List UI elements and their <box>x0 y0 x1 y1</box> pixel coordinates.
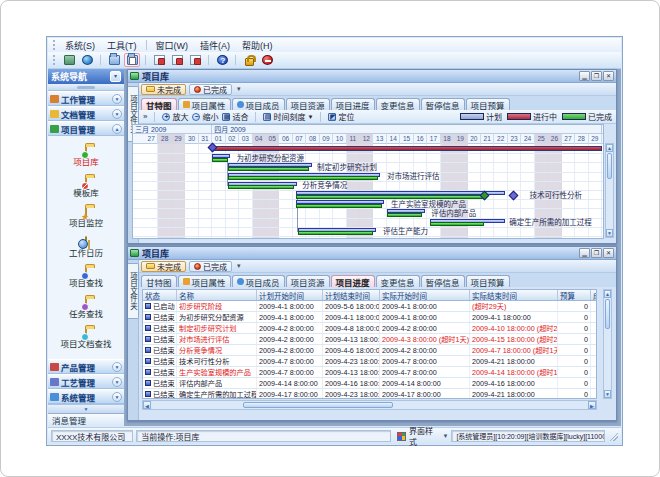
done-bar-制定初步研究计划[interactable] <box>228 167 309 171</box>
table-row[interactable]: 已结束为初步研究分配资源2009-4-1 8:00:002009-4-1 18:… <box>143 312 596 323</box>
done-bar-确定生产所需的加工过程[interactable] <box>430 222 484 226</box>
column-header-计划开始时间[interactable]: 计划开始时间 <box>257 290 323 300</box>
time-scale-button[interactable]: ▤时间刻度▼ <box>263 111 313 122</box>
table-row[interactable]: 已结束生产实验室规模的产品2009-4-7 8:00:002009-4-13 1… <box>143 367 596 378</box>
expand-section-button[interactable]: ▼ <box>112 109 122 119</box>
table-row[interactable]: 已结束分析竞争情况2009-4-2 8:00:002009-4-6 18:00:… <box>143 345 596 356</box>
filter-tab-已完成[interactable]: 已完成 <box>189 261 232 272</box>
lock-button[interactable] <box>241 53 257 67</box>
sidebar-item-项目库[interactable]: 项目库 <box>48 146 124 167</box>
expand-section-button[interactable]: ▼ <box>112 362 122 372</box>
sidebar-section-工艺管理[interactable]: 工艺管理▼ <box>48 374 124 389</box>
sidebar-item-工作日历[interactable]: 工作日历 <box>48 237 124 258</box>
more-filters-chevron[interactable]: ▾ <box>237 85 241 93</box>
tab-项目进度[interactable]: 项目进度 <box>331 98 375 110</box>
scroll-right-arrow[interactable]: ▶ <box>588 401 596 409</box>
sidebar-item-模板库[interactable]: 模板库 <box>48 177 124 198</box>
child-window-titlebar[interactable]: 项目库▁❐✕ <box>128 70 616 83</box>
menu-item-4[interactable]: 帮助(H) <box>236 38 279 53</box>
table-row[interactable]: 已结束技术可行性分析2009-4-7 8:00:002009-4-23 18:0… <box>143 356 596 367</box>
filter-tab-未完成[interactable]: 未完成 <box>141 84 186 95</box>
column-header-成[interactable]: 成 <box>591 290 597 300</box>
scroll-down-arrow[interactable]: ▼ <box>606 229 613 237</box>
tab-暂停信息[interactable]: 暂停信息 <box>421 98 465 110</box>
column-header-实际结束时间[interactable]: 实际结束时间 <box>470 290 558 300</box>
sidebar-section-系统管理[interactable]: 系统管理▼ <box>48 389 124 404</box>
filter-tab-已完成[interactable]: 已完成 <box>189 84 232 95</box>
column-header-状态[interactable]: 状态 <box>143 290 177 300</box>
maximize-button[interactable]: ❐ <box>591 248 602 258</box>
tab-项目成员[interactable]: 项目成员 <box>232 98 285 110</box>
maximize-button[interactable]: ❐ <box>591 71 602 81</box>
sidebar-item-项目监控[interactable]: ★项目监控 <box>48 207 124 228</box>
help-button[interactable] <box>214 53 230 67</box>
scroll-thumb[interactable] <box>605 299 610 329</box>
table-row[interactable]: 已结束制定初步研究计划2009-4-2 8:00:002009-4-8 18:0… <box>143 323 596 334</box>
toolbar-overflow-chevron[interactable]: » <box>143 112 147 121</box>
tab-message-management[interactable]: 消息管理 <box>48 413 124 426</box>
tab-项目属性[interactable]: 项目属性 <box>178 275 231 287</box>
filter-tab-未完成[interactable]: 未完成 <box>141 261 186 272</box>
minimize-button[interactable]: ▁ <box>579 71 590 81</box>
form-red-button[interactable] <box>151 53 167 67</box>
nav-scroll-down[interactable]: ▼ <box>48 404 124 413</box>
table-row[interactable]: 已结束确定生产所需的加工过程2009-4-17 8:00:002009-4-23… <box>143 389 596 399</box>
nav-header-menu-button[interactable]: ▾ <box>110 71 121 82</box>
tab-项目预算[interactable]: 项目预算 <box>466 275 510 287</box>
sidebar-section-工作管理[interactable]: 工作管理▼ <box>48 91 124 106</box>
fit-button[interactable]: ▦适合 <box>222 111 248 122</box>
tab-暂停信息[interactable]: 暂停信息 <box>421 275 465 287</box>
gantt-vertical-scrollbar[interactable]: ▲▼ <box>605 143 614 238</box>
column-header-预算[interactable]: 预算 <box>558 290 591 300</box>
zoom-out-button[interactable]: −缩小 <box>192 111 218 122</box>
globe-button[interactable] <box>79 53 95 67</box>
sidebar-item-项目文档查找[interactable]: 项目文档查找 <box>48 328 124 349</box>
child-window-titlebar[interactable]: 项目库▁❐✕ <box>128 247 616 260</box>
done-bar-为初步研究分配资源[interactable] <box>212 158 228 162</box>
column-header-名称[interactable]: 名称 <box>177 290 257 300</box>
done-bar-对市场进行评估[interactable] <box>228 176 377 180</box>
close-button[interactable]: ✕ <box>603 71 614 81</box>
sidebar-item-任务查找[interactable]: 任务查找 <box>48 298 124 319</box>
tab-项目进度[interactable]: 项目进度 <box>331 275 375 287</box>
column-header-实际开始时间[interactable]: 实际开始时间 <box>380 290 470 300</box>
table-horizontal-scrollbar[interactable]: ◀▶ <box>142 400 597 410</box>
tab-甘特图[interactable]: 甘特图 <box>141 275 177 287</box>
tab-项目属性[interactable]: 项目属性 <box>178 98 231 110</box>
resize-grip[interactable] <box>609 432 618 441</box>
toolbar-drag-grip[interactable] <box>53 55 56 65</box>
done-bar-生产实验室规模的产品[interactable] <box>296 204 382 208</box>
table-row[interactable]: 已启动初步研究阶段2009-4-1 8:00:002009-5-6 18:00:… <box>143 301 596 312</box>
interface-style-dropdown-arrow[interactable]: ▼ <box>442 433 448 439</box>
table-vertical-scrollbar[interactable]: ▲▼ <box>603 289 612 399</box>
menu-item-2[interactable]: 窗口(W) <box>150 38 195 53</box>
sidebar-section-产品管理[interactable]: 产品管理▼ <box>48 359 124 374</box>
table-row[interactable]: 已结束评估内部产品2009-4-14 8:00:002009-4-16 18:0… <box>143 378 596 389</box>
interface-style-button[interactable]: 界面样式 <box>409 425 439 447</box>
summary-bar-初步研究阶段[interactable] <box>212 146 602 151</box>
done-bar-技术可行性分析[interactable] <box>296 195 484 199</box>
menu-item-1[interactable]: 工具(T) <box>101 38 143 53</box>
menu-item-3[interactable]: 插件(A) <box>194 38 236 53</box>
project-folders-side-tab[interactable]: 项目文件夹 <box>128 263 139 319</box>
expand-section-button[interactable]: ▼ <box>112 392 122 402</box>
more-filters-chevron[interactable]: ▾ <box>237 262 241 270</box>
scroll-left-arrow[interactable]: ◀ <box>143 401 151 409</box>
scroll-thumb[interactable] <box>243 402 393 408</box>
locate-button[interactable]: ◩定位 <box>328 111 354 122</box>
collapse-section-button[interactable]: ▲ <box>112 124 122 134</box>
scroll-thumb[interactable] <box>607 153 612 179</box>
close-button[interactable]: ✕ <box>603 248 614 258</box>
nav-collapse-handle[interactable] <box>48 84 124 91</box>
folder-button[interactable] <box>106 53 122 67</box>
sidebar-item-项目查找[interactable]: 项目查找 <box>48 267 124 288</box>
form-red-button-2[interactable] <box>169 53 185 67</box>
done-bar-评估生产能力[interactable] <box>298 231 373 235</box>
tab-变更信息[interactable]: 变更信息 <box>376 275 420 287</box>
scroll-down-arrow[interactable]: ▼ <box>604 390 611 398</box>
tab-项目预算[interactable]: 项目预算 <box>466 98 510 110</box>
scroll-up-arrow[interactable]: ▲ <box>604 290 611 298</box>
sidebar-section-项目管理[interactable]: 项目管理▲ <box>48 121 124 136</box>
tab-项目资源[interactable]: 项目资源 <box>286 275 330 287</box>
minimize-button[interactable]: ▁ <box>579 248 590 258</box>
